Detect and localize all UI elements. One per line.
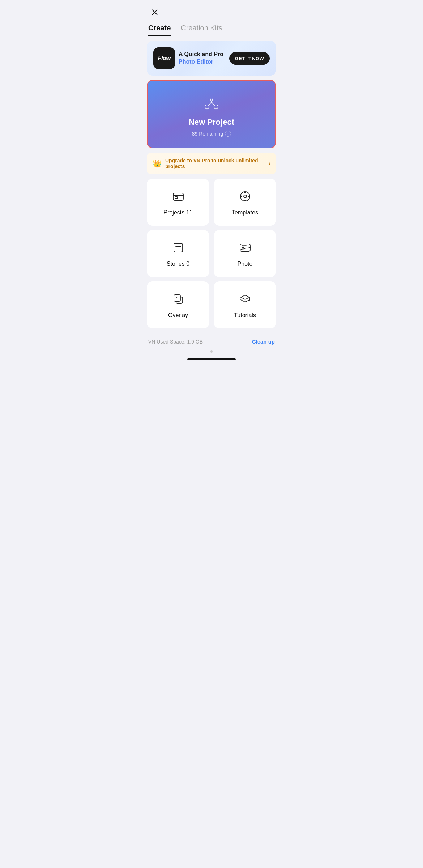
svg-point-15 bbox=[248, 195, 249, 197]
tab-create[interactable]: Create bbox=[148, 24, 171, 36]
templates-icon bbox=[239, 190, 251, 205]
tutorials-icon bbox=[239, 293, 251, 308]
svg-rect-16 bbox=[174, 243, 183, 252]
ad-logo: Flow bbox=[153, 47, 175, 69]
photo-label: Photo bbox=[238, 261, 253, 267]
photo-item[interactable]: Photo bbox=[214, 230, 276, 277]
svg-rect-23 bbox=[176, 297, 183, 303]
svg-point-12 bbox=[244, 191, 245, 193]
info-icon: i bbox=[225, 131, 231, 137]
templates-item[interactable]: Templates bbox=[214, 179, 276, 226]
scissors-icon bbox=[203, 95, 220, 114]
svg-rect-8 bbox=[173, 193, 183, 200]
svg-line-5 bbox=[212, 102, 214, 106]
svg-point-13 bbox=[244, 199, 245, 201]
stories-item[interactable]: Stories 0 bbox=[147, 230, 209, 277]
svg-rect-22 bbox=[174, 295, 180, 301]
upgrade-banner[interactable]: 👑 Upgrade to VN Pro to unlock unlimited … bbox=[147, 153, 276, 174]
ad-logo-text: Flow bbox=[158, 55, 171, 62]
page-indicator bbox=[141, 348, 282, 356]
projects-label: Projects 11 bbox=[163, 209, 192, 216]
svg-line-4 bbox=[209, 102, 212, 106]
new-project-title: New Project bbox=[189, 118, 234, 127]
new-project-remaining: 89 Remaining i bbox=[192, 131, 231, 137]
home-indicator bbox=[187, 358, 236, 360]
stories-label: Stories 0 bbox=[167, 261, 189, 267]
overlay-icon bbox=[172, 293, 184, 308]
main-content: Flow A Quick and Pro Photo Editor GET IT… bbox=[141, 36, 282, 333]
upgrade-text: Upgrade to VN Pro to unlock unlimited pr… bbox=[165, 158, 265, 169]
new-project-card[interactable]: New Project 89 Remaining i bbox=[147, 80, 276, 148]
svg-line-7 bbox=[212, 99, 213, 102]
svg-point-21 bbox=[242, 246, 244, 248]
ad-banner[interactable]: Flow A Quick and Pro Photo Editor GET IT… bbox=[147, 41, 276, 76]
get-it-now-button[interactable]: GET IT NOW bbox=[229, 52, 270, 65]
svg-line-6 bbox=[210, 99, 212, 102]
svg-point-14 bbox=[240, 195, 242, 197]
stories-icon bbox=[172, 242, 184, 256]
chevron-right-icon: › bbox=[269, 160, 270, 167]
svg-rect-9 bbox=[175, 197, 178, 199]
ad-text-block: A Quick and Pro Photo Editor bbox=[179, 51, 226, 66]
grid-row-2: Stories 0 Photo bbox=[147, 230, 276, 277]
ad-subtitle: Photo Editor bbox=[179, 58, 226, 66]
crown-icon: 👑 bbox=[153, 159, 162, 168]
top-bar bbox=[141, 0, 282, 19]
projects-icon bbox=[172, 190, 184, 205]
projects-item[interactable]: Projects 11 bbox=[147, 179, 209, 226]
grid-row-1: Projects 11 Templates bbox=[147, 179, 276, 226]
grid-row-3: Overlay Tutorials bbox=[147, 281, 276, 328]
tab-bar: Create Creation Kits bbox=[141, 19, 282, 36]
overlay-label: Overlay bbox=[168, 312, 188, 319]
tab-creation-kits[interactable]: Creation Kits bbox=[181, 24, 222, 36]
tutorials-label: Tutorials bbox=[234, 312, 256, 319]
photo-icon bbox=[239, 242, 251, 256]
templates-label: Templates bbox=[232, 209, 258, 216]
bottom-bar: VN Used Space: 1.9 GB Clean up bbox=[141, 333, 282, 348]
page-dot bbox=[210, 350, 213, 353]
svg-point-11 bbox=[244, 195, 247, 198]
overlay-item[interactable]: Overlay bbox=[147, 281, 209, 328]
cleanup-button[interactable]: Clean up bbox=[252, 339, 275, 345]
ad-title: A Quick and Pro bbox=[179, 51, 226, 58]
close-button[interactable] bbox=[148, 6, 161, 19]
storage-text: VN Used Space: 1.9 GB bbox=[148, 339, 203, 345]
tutorials-item[interactable]: Tutorials bbox=[214, 281, 276, 328]
